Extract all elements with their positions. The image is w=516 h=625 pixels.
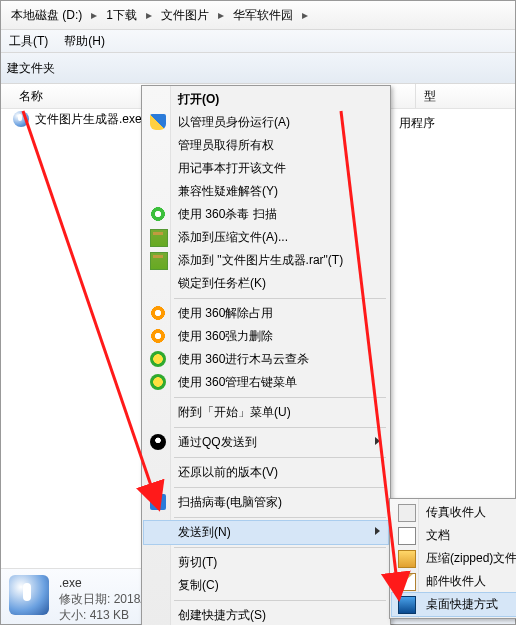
ctx-pin-start[interactable]: 附到「开始」菜单(U)	[144, 401, 388, 424]
ctx-restore-prev[interactable]: 还原以前的版本(V)	[144, 461, 388, 484]
ctx-create-shortcut[interactable]: 创建快捷方式(S)	[144, 604, 388, 625]
360-orange-icon	[150, 305, 166, 321]
desktop-icon	[398, 596, 416, 614]
column-type-header[interactable]: 型	[416, 84, 436, 108]
zip-folder-icon	[398, 550, 416, 568]
details-filename: .exe	[59, 576, 82, 590]
winrar-icon	[150, 252, 168, 270]
chevron-right-icon[interactable]: ▸	[88, 8, 100, 22]
file-name-label: 文件图片生成器.exe	[35, 111, 142, 128]
details-date-label: 修改日期:	[59, 592, 110, 606]
details-size-value: 413 KB	[90, 608, 129, 622]
ctx-copy[interactable]: 复制(C)	[144, 574, 388, 597]
mail-icon	[398, 573, 416, 591]
360-ball-icon	[150, 351, 166, 367]
sendto-desktop-shortcut[interactable]: 桌面快捷方式	[392, 593, 516, 616]
ctx-360-trojan-scan[interactable]: 使用 360进行木马云查杀	[144, 348, 388, 371]
separator	[174, 487, 386, 488]
sendto-zip[interactable]: 压缩(zipped)文件	[392, 547, 516, 570]
file-type-label: 用程序	[399, 115, 435, 132]
sendto-documents[interactable]: 文档	[392, 524, 516, 547]
breadcrumb-seg-pics[interactable]: 文件图片	[155, 1, 215, 29]
submenu-arrow-icon	[375, 437, 380, 445]
submenu-arrow-icon	[375, 527, 380, 535]
context-menu: 打开(O) 以管理员身份运行(A) 管理员取得所有权 用记事本打开该文件 兼容性…	[141, 85, 391, 625]
sendto-mail[interactable]: 邮件收件人	[392, 570, 516, 593]
menu-help[interactable]: 帮助(H)	[56, 33, 113, 50]
ctx-open[interactable]: 打开(O)	[144, 88, 388, 111]
ctx-open-notepad[interactable]: 用记事本打开该文件	[144, 157, 388, 180]
ctx-send-to[interactable]: 发送到(N)	[144, 521, 388, 544]
separator	[174, 397, 386, 398]
ctx-cut[interactable]: 剪切(T)	[144, 551, 388, 574]
chevron-right-icon[interactable]: ▸	[143, 8, 155, 22]
sendto-submenu: 传真收件人 文档 压缩(zipped)文件 邮件收件人 桌面快捷方式	[389, 498, 516, 619]
chevron-right-icon[interactable]: ▸	[215, 8, 227, 22]
360-antivirus-icon	[150, 206, 166, 222]
qq-icon	[150, 434, 166, 450]
ctx-360-scan[interactable]: 使用 360杀毒 扫描	[144, 203, 388, 226]
ctx-scan-virus[interactable]: 扫描病毒(电脑管家)	[144, 491, 388, 514]
tencent-guanjia-icon	[150, 494, 166, 510]
exe-icon	[9, 575, 49, 615]
ctx-360-force-delete[interactable]: 使用 360强力删除	[144, 325, 388, 348]
separator	[174, 517, 386, 518]
documents-icon	[398, 527, 416, 545]
details-size-label: 大小:	[59, 608, 86, 622]
breadcrumb-seg-current[interactable]: 华军软件园	[227, 1, 299, 29]
toolbar: 建文件夹	[1, 53, 515, 84]
chevron-right-icon[interactable]: ▸	[299, 8, 311, 22]
separator	[174, 298, 386, 299]
fax-icon	[398, 504, 416, 522]
menu-bar: 工具(T) 帮助(H)	[1, 30, 515, 53]
360-orange-icon	[150, 328, 166, 344]
ctx-compat-troubleshoot[interactable]: 兼容性疑难解答(Y)	[144, 180, 388, 203]
shield-icon	[150, 114, 166, 130]
ctx-qq-send[interactable]: 通过QQ发送到	[144, 431, 388, 454]
separator	[174, 600, 386, 601]
ctx-add-to-named-rar[interactable]: 添加到 "文件图片生成器.rar"(T)	[144, 249, 388, 272]
breadcrumb-seg-drive[interactable]: 本地磁盘 (D:)	[5, 1, 88, 29]
breadcrumb[interactable]: 本地磁盘 (D:) ▸ 1下载 ▸ 文件图片 ▸ 华军软件园 ▸	[1, 1, 515, 30]
separator	[174, 427, 386, 428]
separator	[174, 457, 386, 458]
exe-icon	[13, 111, 29, 127]
ctx-360-unlock[interactable]: 使用 360解除占用	[144, 302, 388, 325]
ctx-run-as-admin[interactable]: 以管理员身份运行(A)	[144, 111, 388, 134]
ctx-pin-taskbar[interactable]: 锁定到任务栏(K)	[144, 272, 388, 295]
ctx-add-to-archive[interactable]: 添加到压缩文件(A)...	[144, 226, 388, 249]
sendto-fax[interactable]: 传真收件人	[392, 501, 516, 524]
ctx-360-manage-menu[interactable]: 使用 360管理右键菜单	[144, 371, 388, 394]
menu-tools[interactable]: 工具(T)	[1, 33, 56, 50]
ctx-take-ownership[interactable]: 管理员取得所有权	[144, 134, 388, 157]
360-ball-icon	[150, 374, 166, 390]
new-folder-button[interactable]: 建文件夹	[7, 60, 55, 77]
breadcrumb-seg-downloads[interactable]: 1下载	[100, 1, 143, 29]
separator	[174, 547, 386, 548]
winrar-icon	[150, 229, 168, 247]
